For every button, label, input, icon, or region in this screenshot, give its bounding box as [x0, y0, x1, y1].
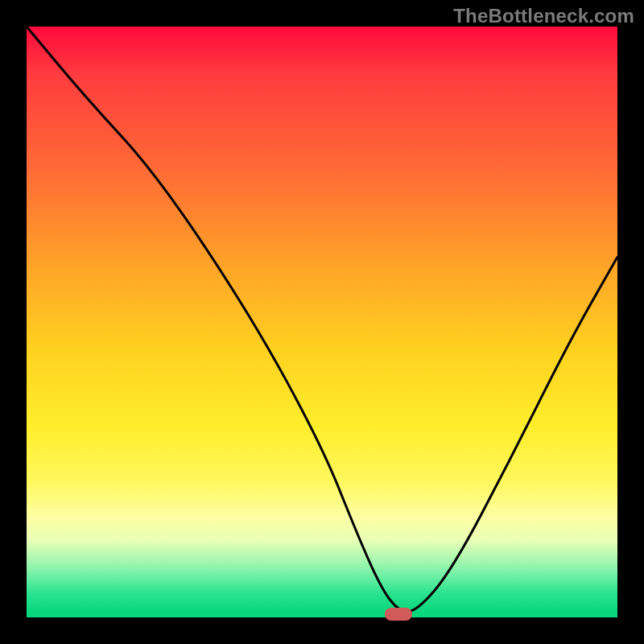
plot-area: [27, 27, 617, 617]
bottleneck-curve: [27, 27, 617, 617]
watermark-text: TheBottleneck.com: [453, 5, 634, 27]
curve-path: [27, 27, 617, 612]
optimal-marker: [385, 608, 412, 621]
chart-frame: TheBottleneck.com: [0, 0, 644, 644]
